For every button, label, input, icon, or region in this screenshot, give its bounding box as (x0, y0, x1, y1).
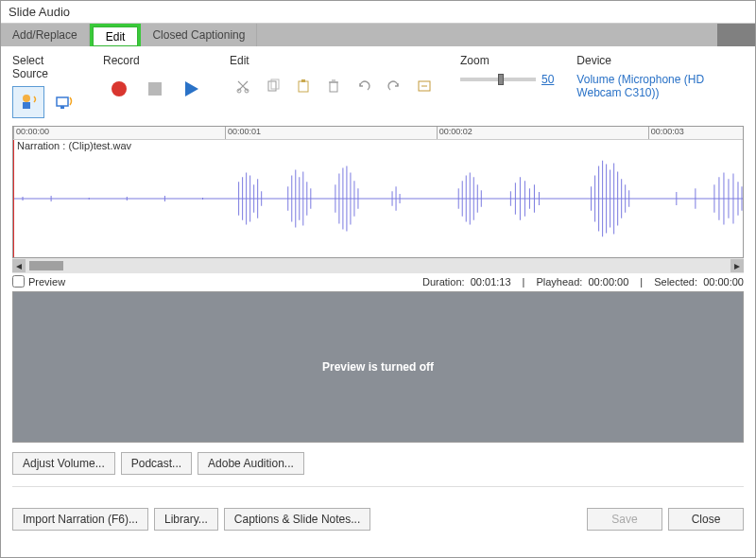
tick: 00:00:02 (437, 127, 472, 139)
svg-rect-3 (60, 106, 64, 109)
record-button[interactable] (103, 73, 135, 105)
adobe-audition-button[interactable]: Adobe Audition... (198, 452, 304, 475)
playhead-label: Playhead: (536, 276, 582, 288)
edit-actions-row: Adjust Volume... Podcast... Adobe Auditi… (12, 452, 744, 475)
library-button[interactable]: Library... (154, 508, 218, 531)
source-mic-icon[interactable] (12, 86, 44, 118)
import-narration-button[interactable]: Import Narration (F6)... (12, 508, 148, 531)
svg-point-4 (112, 81, 127, 96)
waveform (13, 140, 743, 257)
delete-icon[interactable] (320, 73, 347, 99)
preview-off-message: Preview is turned off (322, 360, 434, 374)
label-record: Record (103, 54, 207, 67)
timeline-scrollbar[interactable]: ◂ ▸ (12, 258, 744, 273)
group-edit: Edit (230, 54, 438, 118)
tick: 00:00:00 (13, 127, 49, 139)
stop-button[interactable] (139, 73, 171, 105)
cut-icon[interactable] (230, 73, 256, 99)
label-zoom: Zoom (460, 54, 554, 67)
selected-value: 00:00:00 (703, 276, 744, 288)
zoom-thumb[interactable] (498, 74, 504, 85)
label-select-source: Select Source (12, 54, 80, 80)
source-system-icon[interactable] (48, 86, 80, 118)
narration-clip-label: Narration : (Clip)test.wav (15, 140, 133, 151)
group-device: Device Volume (Microphone (HD Webcam C31… (576, 54, 721, 118)
tick: 00:00:01 (225, 127, 261, 139)
podcast-button[interactable]: Podcast... (121, 452, 192, 475)
tab-add-replace[interactable]: Add/Replace (1, 24, 90, 46)
label-device: Device (576, 54, 721, 67)
play-button[interactable] (175, 73, 207, 105)
svg-rect-11 (301, 79, 305, 82)
playhead-marker[interactable] (13, 140, 14, 257)
save-button: Save (587, 508, 662, 531)
svg-rect-12 (330, 82, 337, 92)
window-title: Slide Audio (1, 1, 755, 24)
scroll-right-icon[interactable]: ▸ (730, 259, 744, 272)
dialog-actions-row: Import Narration (F6)... Library... Capt… (12, 508, 744, 531)
playhead-value: 00:00:00 (588, 276, 628, 288)
toolbar: Select Source Record Edit (1, 46, 755, 122)
group-zoom: Zoom 50 (460, 54, 554, 118)
separator (12, 486, 744, 487)
tab-bar: Add/Replace Edit Closed Captioning (1, 24, 755, 46)
group-record: Record (103, 54, 207, 118)
insert-silence-icon[interactable] (411, 73, 438, 99)
captions-notes-button[interactable]: Captions & Slide Notes... (224, 508, 370, 531)
svg-rect-5 (148, 82, 162, 96)
device-link[interactable]: Volume (Microphone (HD Webcam C310)) (576, 73, 721, 99)
duration-label: Duration: (422, 276, 465, 288)
preview-checkbox-label: Preview (28, 276, 65, 288)
status-bar: Preview Duration: 00:01:13 | Playhead: 0… (12, 275, 744, 288)
close-button[interactable]: Close (668, 508, 744, 531)
group-select-source: Select Source (12, 54, 80, 118)
copy-icon[interactable] (260, 73, 286, 99)
scroll-left-icon[interactable]: ◂ (12, 259, 26, 272)
tick: 00:00:03 (648, 127, 684, 139)
adjust-volume-button[interactable]: Adjust Volume... (12, 452, 115, 475)
scroll-thumb[interactable] (29, 261, 63, 270)
undo-icon[interactable] (351, 73, 377, 99)
zoom-slider[interactable] (460, 78, 536, 81)
svg-point-0 (23, 95, 30, 102)
label-edit: Edit (230, 54, 438, 67)
selected-label: Selected: (654, 276, 697, 288)
svg-rect-2 (57, 97, 68, 106)
tab-closed-captioning[interactable]: Closed Captioning (141, 24, 257, 46)
tab-edit[interactable]: Edit (90, 24, 142, 46)
waveform-timeline[interactable]: 00:00:00 00:00:01 00:00:02 00:00:03 Narr… (12, 126, 744, 258)
time-ruler: 00:00:00 00:00:01 00:00:02 00:00:03 (13, 127, 743, 140)
zoom-value[interactable]: 50 (541, 73, 554, 86)
preview-checkbox[interactable] (12, 275, 25, 288)
preview-pane: Preview is turned off (12, 291, 744, 443)
svg-rect-10 (299, 81, 308, 92)
redo-icon[interactable] (381, 73, 407, 99)
duration-value: 00:01:13 (471, 276, 511, 288)
paste-icon[interactable] (290, 73, 317, 99)
svg-rect-1 (23, 102, 30, 109)
